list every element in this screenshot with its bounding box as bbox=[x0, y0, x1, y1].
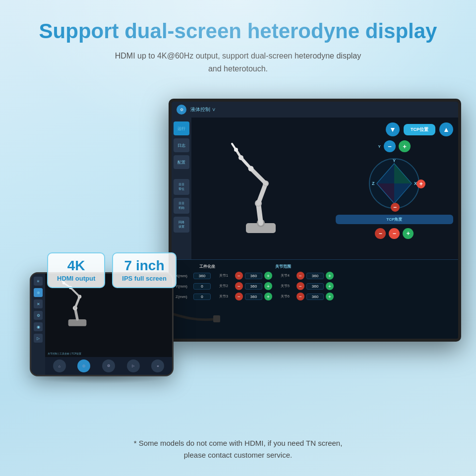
angle-plus-btn[interactable]: + bbox=[403, 228, 414, 239]
small-icon-4: ⚙ bbox=[34, 311, 43, 320]
j2-plus[interactable]: + bbox=[264, 282, 272, 290]
svg-line-16 bbox=[258, 183, 266, 203]
monitor-sidebar-log[interactable]: 日志 bbox=[174, 138, 189, 152]
subtitle: HDMI up to 4K@60Hz output, support dual-… bbox=[115, 50, 361, 75]
axis-diagram: Y X Z + − − + bbox=[367, 156, 421, 211]
small-bottom-bar: ⌂ ◎ ⚙ ▷ ≡ bbox=[45, 357, 172, 375]
svg-line-3 bbox=[75, 297, 79, 308]
j6-val: 360 bbox=[306, 294, 324, 300]
y-axis-label: Y bbox=[378, 144, 381, 149]
monitor-top: 运行 日志 配置 日日零位 日日初始 回路设置 bbox=[172, 118, 458, 259]
j5-plus[interactable]: + bbox=[326, 282, 334, 290]
j3-val: 360 bbox=[245, 294, 262, 300]
j4-val: 360 bbox=[306, 273, 324, 279]
monitor-main: ▼ TCP位置 ▲ Y − + bbox=[191, 118, 458, 259]
j6-minus[interactable]: − bbox=[297, 293, 304, 300]
j2-minus[interactable]: − bbox=[235, 282, 243, 290]
small-icon-2: ⊕ bbox=[34, 288, 43, 297]
j1-val: 360 bbox=[245, 273, 262, 279]
tcp-angle-label[interactable]: TCP角度 bbox=[336, 215, 453, 224]
small-sidebar: ≡ ⊕ ✕ ⚙ ◉ ▷ bbox=[31, 274, 45, 375]
badge-7inch: 7 inch IPS full screen bbox=[112, 252, 177, 288]
monitor-y-controls: Y − + bbox=[336, 140, 453, 152]
svg-text:Y: Y bbox=[393, 158, 396, 163]
val-y: 0 bbox=[193, 283, 211, 290]
svg-text:Z: Z bbox=[372, 181, 375, 186]
monitor-sidebar-sub1[interactable]: 日日零位 bbox=[174, 179, 189, 195]
svg-line-18 bbox=[251, 169, 266, 183]
label-y: Y(mm) bbox=[176, 284, 191, 289]
y-plus-btn[interactable]: + bbox=[399, 140, 411, 152]
angle-controls: − − + bbox=[336, 228, 453, 239]
joint5-label: 关节5 bbox=[281, 284, 295, 289]
monitor-top-controls: ▼ TCP位置 ▲ bbox=[336, 122, 453, 136]
small-btn-1[interactable]: ⌂ bbox=[53, 359, 66, 372]
monitor-header: ⚙ 液体控制 ∨ bbox=[172, 102, 458, 118]
page-wrapper: Support dual-screen heterodyne display H… bbox=[0, 0, 476, 476]
small-btn-5[interactable]: ≡ bbox=[151, 359, 164, 372]
y-minus-btn[interactable]: − bbox=[384, 140, 396, 152]
j3-plus[interactable]: + bbox=[264, 293, 272, 300]
j1-plus[interactable]: + bbox=[264, 272, 272, 280]
x-plus-btn[interactable]: + bbox=[416, 179, 425, 188]
coord-section-title: 工件化坐 bbox=[199, 264, 271, 269]
badge-4k-sub: HDMI output bbox=[57, 275, 95, 282]
j5-val: 360 bbox=[306, 283, 324, 290]
val-x: 360 bbox=[193, 273, 211, 279]
monitor-header-title: 液体控制 ∨ bbox=[190, 106, 216, 113]
joint-section-title: 关节范围 bbox=[275, 264, 454, 269]
subtitle-line2: and heterotouch. bbox=[208, 64, 268, 73]
monitor-sidebar-sub3[interactable]: 回路设置 bbox=[174, 217, 189, 233]
large-robot-arm-svg bbox=[214, 139, 303, 238]
monitor-sidebar-sub2[interactable]: 日日初始 bbox=[174, 198, 189, 214]
j1-minus[interactable]: − bbox=[235, 272, 243, 280]
monitor-arrow-down-btn[interactable]: ▼ bbox=[386, 122, 400, 136]
j5-minus[interactable]: − bbox=[297, 282, 304, 290]
svg-line-5 bbox=[70, 288, 79, 297]
small-icon-5: ◉ bbox=[34, 322, 43, 331]
devices-area: 4K HDMI output 7 inch IPS full screen ≡ … bbox=[15, 99, 461, 376]
footer-line2: please contact customer service. bbox=[184, 451, 292, 459]
j3-minus[interactable]: − bbox=[235, 293, 243, 300]
monitor-robot-area bbox=[191, 118, 325, 259]
monitor-arrow-up-btn[interactable]: ▲ bbox=[439, 122, 453, 136]
small-device-screen: ≡ ⊕ ✕ ⚙ ◉ ▷ bbox=[31, 274, 172, 375]
j4-plus[interactable]: + bbox=[326, 272, 334, 280]
j6-plus[interactable]: + bbox=[326, 293, 334, 300]
joint2-label: 关节2 bbox=[219, 284, 233, 289]
monitor-sidebar-run[interactable]: 运行 bbox=[174, 121, 189, 135]
joint6-label: 关节6 bbox=[281, 294, 295, 299]
monitor-control-panel: ▼ TCP位置 ▲ Y − + bbox=[333, 120, 456, 241]
angle-minus-btn[interactable]: − bbox=[375, 228, 386, 239]
table-headers-row: 工件化坐 关节范围 bbox=[176, 264, 454, 269]
badge-4k-main: 4K bbox=[57, 258, 95, 274]
monitor-sidebar-config[interactable]: 配置 bbox=[174, 155, 189, 169]
badge-7inch-sub: IPS full screen bbox=[122, 275, 167, 282]
label-x: X(mm) bbox=[176, 274, 191, 278]
monitor-sidebar: 运行 日志 配置 日日零位 日日初始 回路设置 bbox=[172, 118, 191, 259]
small-status-text: 关节控制 | 工具坐标 | TCP设置 bbox=[48, 352, 172, 355]
data-row-2: Y(mm) 0 关节2 − 360 + 关节5 − 360 + bbox=[176, 282, 454, 290]
j2-val: 360 bbox=[245, 283, 262, 290]
z-minus-btn[interactable]: − bbox=[391, 203, 400, 212]
small-btn-4[interactable]: ▷ bbox=[127, 359, 140, 372]
monitor-tcp-pos-label[interactable]: TCP位置 bbox=[404, 124, 435, 135]
svg-rect-11 bbox=[213, 315, 220, 322]
badges-row: 4K HDMI output 7 inch IPS full screen bbox=[47, 252, 177, 288]
angle-minus2-btn[interactable]: − bbox=[389, 228, 400, 239]
joint4-label: 关节4 bbox=[281, 273, 295, 278]
badge-4k: 4K HDMI output bbox=[47, 252, 105, 288]
small-content: 关节控制 | 工具坐标 | TCP设置 ⌂ ◎ ⚙ ▷ ≡ bbox=[45, 274, 172, 375]
small-btn-2[interactable]: ◎ bbox=[77, 359, 90, 372]
main-title: Support dual-screen heterodyne display bbox=[39, 20, 437, 43]
small-icon-3: ✕ bbox=[34, 299, 43, 308]
small-btn-3[interactable]: ⚙ bbox=[102, 359, 115, 372]
data-row-1: X(mm) 360 关节1 − 360 + 关节4 − 360 + bbox=[176, 272, 454, 280]
svg-line-24 bbox=[232, 144, 236, 150]
badge-7inch-main: 7 inch bbox=[122, 258, 167, 274]
footer-note: * Some models do not come with HDMI, if … bbox=[0, 437, 476, 461]
j4-minus[interactable]: − bbox=[297, 272, 304, 280]
joint1-label: 关节1 bbox=[219, 273, 233, 278]
monitor-header-icon: ⚙ bbox=[177, 105, 186, 115]
small-icon-6: ▷ bbox=[34, 334, 43, 343]
